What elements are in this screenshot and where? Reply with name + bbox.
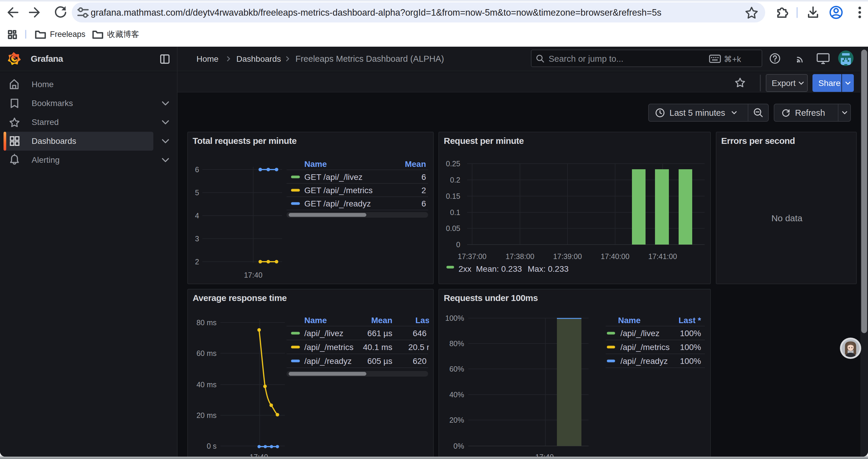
- svg-text:Name: Name: [304, 316, 327, 325]
- svg-text:0.05: 0.05: [446, 224, 460, 232]
- svg-text:Mean: Mean: [405, 160, 426, 169]
- svg-text:20.5 ms: 20.5 ms: [408, 342, 433, 352]
- svg-text:GET /api/_/readyz: GET /api/_/readyz: [304, 199, 371, 208]
- svg-text:Name: Name: [618, 316, 641, 325]
- svg-text:0: 0: [456, 240, 460, 249]
- svg-text:4: 4: [195, 211, 199, 220]
- svg-text:80%: 80%: [450, 339, 464, 348]
- svg-text:2: 2: [421, 186, 426, 195]
- svg-text:0 s: 0 s: [207, 442, 217, 450]
- svg-text:20 ms: 20 ms: [196, 411, 217, 419]
- svg-text:/api/_/readyz: /api/_/readyz: [620, 357, 668, 366]
- svg-text:605 µs: 605 µs: [367, 357, 392, 366]
- svg-text:20%: 20%: [450, 416, 464, 424]
- svg-text:100%: 100%: [445, 314, 464, 322]
- svg-text:6: 6: [195, 165, 199, 174]
- svg-text:646 µs: 646 µs: [413, 329, 433, 338]
- svg-text:/api/_/livez: /api/_/livez: [620, 329, 659, 338]
- svg-text:2: 2: [195, 258, 199, 266]
- svg-text:100%: 100%: [680, 342, 701, 352]
- svg-text:Name: Name: [304, 160, 327, 169]
- svg-text:0.25: 0.25: [446, 160, 460, 168]
- svg-text:17:37:00: 17:37:00: [458, 252, 486, 261]
- svg-text:620 µs: 620 µs: [413, 357, 433, 366]
- svg-text:0.15: 0.15: [446, 192, 460, 200]
- svg-text:/api/_/metrics: /api/_/metrics: [620, 342, 670, 352]
- svg-text:17:40: 17:40: [535, 453, 554, 457]
- svg-text:661 µs: 661 µs: [367, 329, 392, 338]
- svg-text:80 ms: 80 ms: [196, 319, 217, 327]
- svg-text:0.2: 0.2: [450, 176, 460, 184]
- svg-text:0.1: 0.1: [450, 208, 460, 217]
- svg-text:5: 5: [195, 189, 199, 197]
- svg-text:/api/_/readyz: /api/_/readyz: [304, 357, 351, 366]
- svg-text:GET /api/_/livez: GET /api/_/livez: [304, 172, 363, 182]
- svg-text:17:40: 17:40: [250, 453, 268, 457]
- svg-text:60%: 60%: [450, 365, 464, 373]
- svg-text:2xx: 2xx: [459, 264, 471, 273]
- svg-text:17:41:00: 17:41:00: [648, 252, 677, 261]
- svg-text:60 ms: 60 ms: [196, 349, 217, 357]
- svg-text:40 ms: 40 ms: [196, 381, 217, 389]
- svg-text:Last *: Last *: [415, 316, 433, 325]
- svg-text:Mean: Mean: [371, 316, 392, 325]
- svg-text:6: 6: [421, 199, 426, 208]
- svg-text:40%: 40%: [450, 391, 464, 399]
- svg-text:Last *: Last *: [679, 316, 701, 325]
- svg-text:17:38:00: 17:38:00: [505, 252, 534, 261]
- svg-text:6: 6: [421, 172, 426, 182]
- svg-text:100%: 100%: [680, 329, 701, 338]
- svg-text:/api/_/metrics: /api/_/metrics: [304, 342, 354, 352]
- svg-text:40.1 ms: 40.1 ms: [363, 342, 392, 352]
- svg-text:3: 3: [195, 234, 199, 243]
- svg-text:/api/_/livez: /api/_/livez: [304, 329, 343, 338]
- svg-text:17:40: 17:40: [244, 271, 262, 279]
- svg-text:GET /api/_/metrics: GET /api/_/metrics: [304, 186, 373, 195]
- svg-text:Mean: 0.233: Mean: 0.233: [476, 264, 522, 273]
- svg-text:0%: 0%: [454, 442, 464, 450]
- svg-text:17:39:00: 17:39:00: [553, 252, 582, 261]
- svg-text:100%: 100%: [680, 357, 701, 366]
- svg-text:17:40:00: 17:40:00: [601, 252, 629, 261]
- svg-text:Max: 0.233: Max: 0.233: [528, 264, 569, 273]
